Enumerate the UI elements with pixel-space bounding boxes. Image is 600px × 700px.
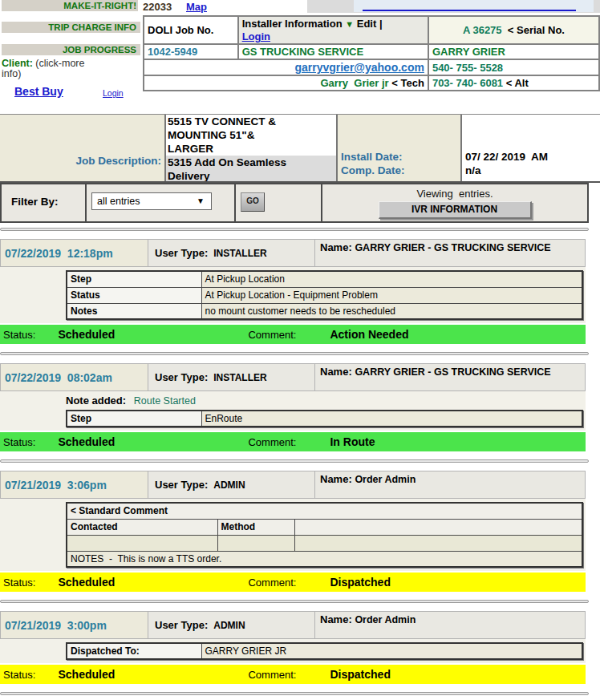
install-date-value: 07/ 22/ 2019 AM [465,150,598,164]
description-line-highlight: 5315 Add On Seamless [166,156,336,169]
log-entry: 07/22/2019 12:18pm User Type: INSTALLER … [0,239,600,344]
entry-header: 07/21/2019 3:00pm User Type: ADMIN Name:… [0,611,586,639]
entry-name: Name: GARRY GRIER - GS TRUCKING SERVICE [314,240,585,266]
entry-user-type: User Type: ADMIN [148,471,314,498]
table-row: Notes no mount customer needs to be resc… [67,303,582,319]
comment-label: Comment: [248,329,298,341]
comment-value: In Route [330,435,375,448]
row-label: Notes [67,303,201,319]
section-divider [0,600,589,603]
edit-link[interactable]: Edit | [357,18,383,30]
entry-body: Dispatched To: GARRY GRIER JR [0,639,586,663]
table-row: Step EnRoute [67,411,582,427]
comment-value: Dispatched [330,668,390,681]
job-id: 22033 [143,1,172,13]
job-description-label-cell: Job Description: [0,115,166,181]
viewing-text: Viewing entries. [416,188,493,200]
comp-date-value: n/a [465,164,598,177]
client-best-buy-link[interactable]: Best Buy [14,85,63,98]
tech-tag: < Tech [391,77,424,89]
user-type-label: User Type: [155,619,208,631]
filter-bar: Filter By: all entries ▼ GO Viewing entr… [0,183,589,223]
user-type-value: ADMIN [213,479,245,491]
empty-cell [294,535,582,551]
section-divider [0,352,589,355]
alt-tag: < Alt [506,77,529,89]
entry-body: Step EnRoute [0,407,586,431]
name-label: Name: [320,613,352,625]
section-divider [0,459,589,463]
client-label: Client: [2,58,33,69]
entry-detail-table: Dispatched To: GARRY GRIER JR [66,642,583,660]
status-bar: Status: Scheduled Comment: In Route [0,432,586,451]
description-line: LARGER [168,142,336,156]
status-value: Scheduled [58,576,248,589]
entry-detail-table: Step At Pickup Location Status At Pickup… [66,270,583,320]
status-value: Scheduled [58,328,248,341]
row-value: At Pickup Location [201,271,582,287]
contacted-column-header: Contacted [67,519,217,535]
go-button[interactable]: GO [241,192,265,212]
status-label: Status: [3,436,35,448]
tech-cell: Garry Grier jr < Tech [144,75,428,91]
user-type-label: User Type: [155,479,208,491]
chevron-down-icon[interactable]: ▼ [345,19,354,29]
select-arrow-icon[interactable]: ▼ [197,193,205,209]
comment-label: Comment: [248,436,298,448]
map-link[interactable]: Map [186,1,207,13]
entry-name: Name: Order Admin [314,612,585,638]
entry-body: < Standard Comment Contacted Method NOTE… [0,499,586,571]
filter-by-label: Filter By: [2,184,87,221]
job-description-text: 5515 TV CONNECT & MOUNTING 51"& LARGER 5… [166,115,338,181]
method-column-header: Method [217,519,294,535]
filter-dropdown[interactable]: all entries ▼ [91,192,212,210]
entry-datetime: 07/21/2019 3:00pm [1,612,148,638]
installer-login-link[interactable]: Login [242,30,270,42]
comment-value: Dispatched [330,576,390,589]
job-progress-button[interactable]: JOB PROGRESS [2,44,140,55]
trip-charge-info-button[interactable]: TRIP CHARGE INFO [2,22,140,33]
status-label: Status: [3,577,35,589]
install-date-label: Install Date: [341,150,460,164]
entry-datetime: 07/21/2019 3:06pm [1,471,148,498]
serial-number: A 36275 [463,24,502,36]
installer-phone: 540- 755- 5528 [428,59,599,75]
job-id-row: 22033 Map [138,0,307,14]
job-description-label: Job Description: [75,155,161,167]
table-row: Dispatched To: GARRY GRIER JR [67,643,582,659]
name-label: Name: [320,473,352,485]
entry-user-type: User Type: ADMIN [148,612,314,638]
make-it-right-button[interactable]: MAKE-IT-RIGHT! [2,0,140,11]
client-login-link[interactable]: Login [103,88,124,98]
date-values-cell: 07/ 22/ 2019 AM n/a [462,115,598,181]
installer-name: GARRY GRIER [428,44,599,59]
log-entry: 07/22/2019 08:02am User Type: INSTALLER … [0,363,600,451]
entry-detail-table: Step EnRoute [66,410,583,427]
table-row: Contacted Method [67,519,582,535]
serial-cell: A 36275 < Serial No. [428,16,599,44]
filter-dropdown-cell: all entries ▼ [87,184,236,221]
user-type-value: INSTALLER [213,372,266,383]
row-label: Step [67,411,201,427]
status-bar: Status: Scheduled Comment: Dispatched [0,573,586,592]
email-cell: garryvgrier@yahoo.com [144,59,428,75]
client-note: (click-more [33,58,85,69]
status-value: Scheduled [58,668,248,681]
log-entry: 07/21/2019 3:06pm User Type: ADMIN Name:… [0,471,600,592]
installer-email-link[interactable]: garryvgrier@yahoo.com [294,61,424,74]
alt-phone-cell: 703- 740- 6081 < Alt [428,75,599,91]
note-added-value: Route Started [134,395,196,407]
empty-column-header [294,519,582,535]
truncated-link-underline[interactable] [363,7,576,11]
installer-information-title: Installer Information [242,18,343,30]
go-cell: GO [236,184,322,221]
status-label: Status: [3,669,35,681]
client-label-block: Client: (click-more info) [2,59,84,79]
entry-header: 07/21/2019 3:06pm User Type: ADMIN Name:… [0,471,586,499]
name-label: Name: [320,241,352,253]
name-value: Order Admin [355,614,416,625]
ivr-information-button[interactable]: IVR INFORMATION [379,201,532,219]
description-line: 5515 TV CONNECT & [168,115,336,128]
doli-job-no-label: DOLI Job No. [144,16,238,44]
comment-value: Action Needed [330,328,408,341]
